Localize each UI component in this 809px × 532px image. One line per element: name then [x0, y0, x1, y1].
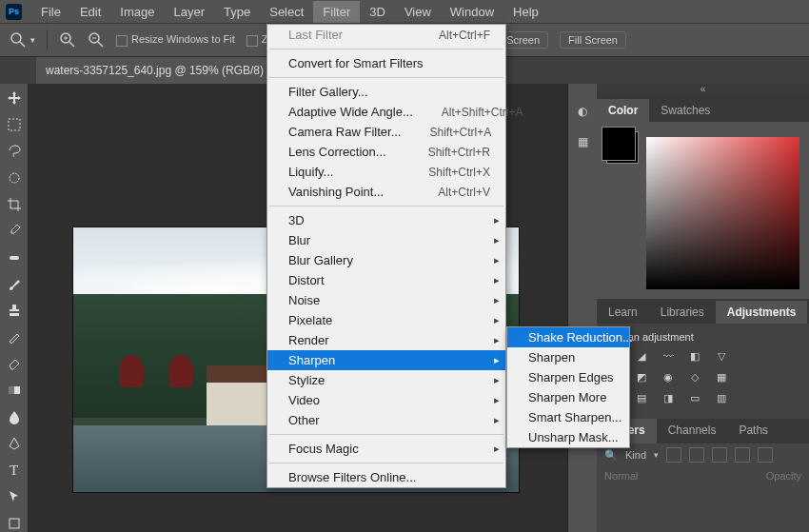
- menuitem-convert-smart[interactable]: Convert for Smart Filters: [267, 53, 505, 73]
- tool-preset-dropdown[interactable]: ▾: [30, 35, 35, 45]
- menuitem-pixelate[interactable]: Pixelate: [267, 310, 505, 330]
- lasso-tool-icon[interactable]: [4, 143, 25, 160]
- menu-filter[interactable]: Filter: [313, 1, 360, 23]
- adj-levels-icon[interactable]: ◢: [633, 348, 650, 364]
- menu-bar: Ps File Edit Image Layer Type Select Fil…: [0, 0, 809, 24]
- shape-tool-icon[interactable]: [4, 515, 25, 532]
- menu-edit[interactable]: Edit: [70, 1, 110, 23]
- layer-filter-search-icon[interactable]: 🔍: [604, 449, 618, 462]
- menuitem-vanishing-point[interactable]: Vanishing Point...Alt+Ctrl+V: [267, 182, 505, 202]
- tab-channels[interactable]: Channels: [657, 419, 728, 443]
- menuitem-smart-sharpen[interactable]: Smart Sharpen...: [507, 407, 629, 427]
- layer-filter-shape-icon[interactable]: [735, 447, 750, 463]
- zoom-in-icon[interactable]: [59, 31, 76, 49]
- menuitem-sharpen[interactable]: Sharpen: [267, 350, 505, 370]
- layer-filter-smart-icon[interactable]: [758, 447, 773, 463]
- menuitem-noise[interactable]: Noise: [267, 290, 505, 310]
- adj-threshold-icon[interactable]: ◨: [660, 390, 677, 405]
- menu-window[interactable]: Window: [441, 1, 503, 23]
- panel-icon-colorbalance[interactable]: ◐: [578, 105, 587, 118]
- adj-channelmix-icon[interactable]: ◇: [686, 369, 703, 384]
- tab-color[interactable]: Color: [597, 99, 649, 122]
- eraser-tool-icon[interactable]: [4, 355, 25, 372]
- adj-colorlookup-icon[interactable]: ▦: [713, 369, 730, 384]
- adj-posterize-icon[interactable]: ▤: [633, 390, 650, 405]
- panel-icon-swatches[interactable]: ▦: [578, 135, 588, 148]
- tab-learn[interactable]: Learn: [597, 301, 649, 324]
- menuitem-video[interactable]: Video: [267, 390, 505, 410]
- menuitem-blur-gallery[interactable]: Blur Gallery: [267, 250, 505, 270]
- menuitem-lens-correction[interactable]: Lens Correction...Shift+Ctrl+R: [267, 142, 505, 162]
- adj-vibrance-icon[interactable]: ▽: [713, 348, 730, 364]
- blend-mode-select[interactable]: Normal: [604, 470, 638, 482]
- menuitem-unsharp-mask[interactable]: Unsharp Mask...: [507, 427, 629, 447]
- fill-screen-button[interactable]: Fill Screen: [560, 31, 626, 49]
- zoom-tool-icon[interactable]: [10, 31, 27, 49]
- adj-photofilter-icon[interactable]: ◉: [660, 369, 677, 384]
- toolbox: T: [0, 84, 29, 532]
- svg-point-10: [10, 173, 19, 183]
- move-tool-icon[interactable]: [4, 89, 25, 107]
- menu-file[interactable]: File: [31, 1, 70, 23]
- marquee-tool-icon[interactable]: [4, 116, 25, 133]
- menu-help[interactable]: Help: [503, 1, 548, 23]
- document-tab[interactable]: waters-3357125_640.jpg @ 159% (RGB/8) ×: [36, 57, 288, 84]
- menuitem-shake-reduction[interactable]: Shake Reduction...: [507, 327, 629, 347]
- brush-tool-icon[interactable]: [4, 276, 25, 293]
- adj-gradientmap-icon[interactable]: ▭: [686, 390, 703, 405]
- menuitem-sharpen-edges[interactable]: Sharpen Edges: [507, 367, 629, 387]
- tab-swatches[interactable]: Swatches: [649, 99, 721, 122]
- layer-filter-type-icon[interactable]: [712, 447, 727, 463]
- menuitem-browse-filters[interactable]: Browse Filters Online...: [267, 467, 505, 487]
- stamp-tool-icon[interactable]: [4, 303, 25, 320]
- history-brush-icon[interactable]: [4, 328, 25, 345]
- tab-libraries[interactable]: Libraries: [649, 301, 716, 324]
- menuitem-liquify[interactable]: Liquify...Shift+Ctrl+X: [267, 162, 505, 182]
- menuitem-adaptive-wide[interactable]: Adaptive Wide Angle...Alt+Shift+Ctrl+A: [267, 102, 505, 122]
- adj-selcolor-icon[interactable]: ▥: [713, 390, 730, 405]
- menu-image[interactable]: Image: [110, 1, 164, 23]
- menuitem-blur[interactable]: Blur: [267, 230, 505, 250]
- svg-line-7: [98, 42, 103, 47]
- menuitem-focus-magic[interactable]: Focus Magic: [267, 439, 505, 459]
- menuitem-sharpen-basic[interactable]: Sharpen: [507, 347, 629, 367]
- menuitem-stylize[interactable]: Stylize: [267, 370, 505, 390]
- quick-select-tool-icon[interactable]: [4, 169, 25, 187]
- eyedropper-tool-icon[interactable]: [4, 223, 25, 240]
- menuitem-render[interactable]: Render: [267, 330, 505, 350]
- menu-view[interactable]: View: [395, 1, 441, 23]
- menuitem-other[interactable]: Other: [267, 410, 505, 430]
- menuitem-3d[interactable]: 3D: [267, 210, 505, 230]
- adj-bw-icon[interactable]: ◩: [633, 369, 650, 384]
- layer-filter-adjust-icon[interactable]: [689, 447, 704, 463]
- gradient-tool-icon[interactable]: [4, 382, 25, 399]
- adj-exposure-icon[interactable]: ◧: [686, 348, 703, 364]
- path-select-icon[interactable]: [4, 488, 25, 505]
- adj-curves-icon[interactable]: 〰: [660, 348, 677, 364]
- opacity-label: Opacity: [766, 470, 801, 482]
- menu-type[interactable]: Type: [214, 1, 260, 23]
- collapse-panels-icon[interactable]: «: [597, 84, 809, 97]
- crop-tool-icon[interactable]: [4, 196, 25, 213]
- tab-paths[interactable]: Paths: [727, 419, 779, 443]
- zoom-out-icon[interactable]: [88, 31, 105, 49]
- menu-layer[interactable]: Layer: [165, 1, 215, 23]
- menuitem-sharpen-more[interactable]: Sharpen More: [507, 387, 629, 407]
- type-tool-icon[interactable]: T: [4, 462, 25, 479]
- menu-3d[interactable]: 3D: [360, 1, 395, 23]
- foreground-background-swatch[interactable]: [606, 131, 639, 164]
- resize-windows-checkbox[interactable]: Resize Windows to Fit: [116, 33, 235, 46]
- menuitem-last-filter[interactable]: Last FilterAlt+Ctrl+F: [267, 25, 505, 45]
- menu-select[interactable]: Select: [260, 1, 313, 23]
- pen-tool-icon[interactable]: [4, 435, 25, 452]
- layer-filter-kind[interactable]: Kind: [625, 449, 646, 461]
- menuitem-distort[interactable]: Distort: [267, 270, 505, 290]
- menuitem-camera-raw[interactable]: Camera Raw Filter...Shift+Ctrl+A: [267, 122, 505, 142]
- menuitem-filter-gallery[interactable]: Filter Gallery...: [267, 82, 505, 102]
- zoom-all-checkbox[interactable]: Z: [247, 33, 268, 46]
- blur-tool-icon[interactable]: [4, 408, 25, 425]
- tab-adjustments[interactable]: Adjustments: [716, 301, 808, 324]
- heal-tool-icon[interactable]: [4, 249, 25, 266]
- color-picker-gradient[interactable]: [646, 137, 799, 289]
- layer-filter-pixel-icon[interactable]: [666, 447, 681, 463]
